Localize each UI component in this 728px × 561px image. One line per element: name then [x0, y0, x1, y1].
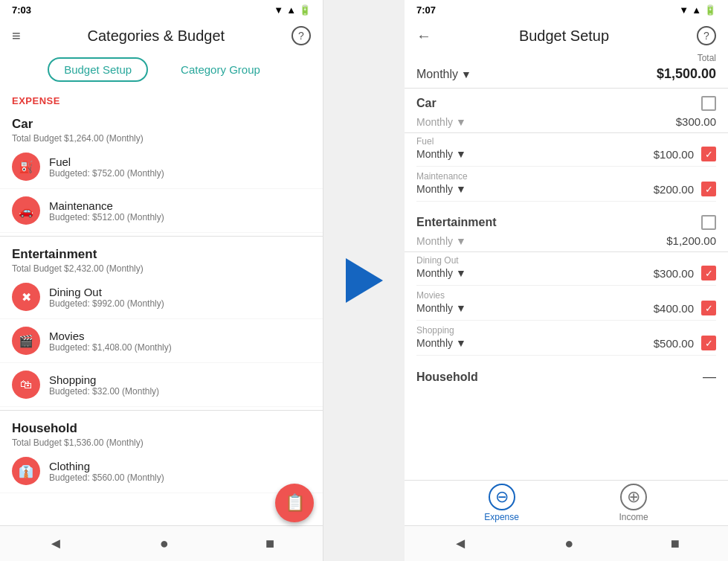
entertainment-chevron-down-icon: ▼	[456, 235, 466, 247]
right-back-nav-icon[interactable]: ◄	[453, 535, 468, 552]
dining-name: Dining Out	[49, 286, 164, 298]
list-item[interactable]: 🎬 Movies Budgeted: $1,408.00 (Monthly)	[0, 319, 323, 363]
group-budget-entertainment: Total Budget $2,432.00 (Monthly)	[12, 263, 311, 274]
dining-amount: $300.00	[654, 267, 694, 280]
left-panel: 7:03 ▼ ▲ 🔋 ≡ Categories & Budget ? Budge…	[0, 0, 323, 561]
fuel-name: Fuel	[49, 156, 164, 168]
shopping-checkbox[interactable]: ✓	[701, 336, 716, 350]
global-monthly-dropdown[interactable]: Monthly ▼	[416, 68, 471, 81]
list-item[interactable]: ✖ Dining Out Budgeted: $992.00 (Monthly)	[0, 275, 323, 319]
budget-group-header-entertainment: Entertainment	[405, 208, 728, 233]
movies-amount: $400.00	[654, 302, 694, 315]
maintenance-name: Maintenance	[49, 199, 164, 212]
help-icon[interactable]: ?	[291, 26, 311, 45]
fab-button[interactable]: 📋	[275, 484, 314, 522]
list-item[interactable]: 🚗 Maintenance Budgeted: $512.00 (Monthly…	[0, 189, 323, 233]
hamburger-icon[interactable]: ≡	[12, 28, 21, 45]
movies-name: Movies	[49, 330, 172, 342]
list-item[interactable]: 🛍 Shopping Budgeted: $32.00 (Monthly)	[0, 363, 323, 407]
fuel-budget: Budgeted: $752.00 (Monthly)	[49, 168, 164, 179]
right-recent-nav-icon[interactable]: ■	[671, 535, 680, 552]
home-nav-icon[interactable]: ●	[160, 535, 169, 552]
right-scroll-area[interactable]: Car Monthly ▼ $300.00 Fuel Monthly ▼ $10…	[405, 89, 728, 480]
right-bottom-nav: ◄ ● ■	[405, 525, 728, 561]
maintenance-chevron-down-icon: ▼	[456, 183, 466, 195]
entertainment-monthly-dropdown[interactable]: Monthly ▼	[416, 235, 466, 247]
left-time: 7:03	[12, 4, 31, 16]
list-item[interactable]: 👔 Clothing Budgeted: $560.00 (Monthly)	[0, 449, 323, 493]
right-top-bar: ← Budget Setup ?	[405, 20, 728, 51]
income-fab[interactable]: ⊕ Income	[619, 484, 648, 522]
global-monthly-label: Monthly	[416, 68, 458, 81]
budget-group-header-household: Household —	[405, 362, 728, 388]
signal-icon: ▲	[286, 4, 296, 16]
maintenance-monthly-dropdown[interactable]: Monthly ▼	[416, 183, 466, 195]
car-group-amount: $300.00	[676, 115, 716, 128]
budget-group-header-car: Car	[405, 89, 728, 114]
movies-checkbox[interactable]: ✓	[701, 301, 716, 315]
income-fab-icon: ⊕	[620, 484, 647, 510]
maintenance-icon: 🚗	[12, 196, 40, 225]
shopping-sub-row: Monthly ▼ $500.00 ✓	[416, 336, 716, 356]
entertainment-group-checkbox[interactable]	[701, 215, 716, 230]
group-header-car: Car Total Budget $1,264.00 (Monthly)	[0, 109, 323, 145]
dining-checkbox[interactable]: ✓	[701, 266, 716, 280]
shopping-amount: $500.00	[654, 337, 694, 350]
right-status-icons: ▼ ▲ 🔋	[679, 4, 716, 16]
group-budget-household: Total Budget $1,536.00 (Monthly)	[12, 437, 311, 448]
movies-budget: Budgeted: $1,408.00 (Monthly)	[49, 342, 172, 353]
movies-sub-label: Movies	[416, 290, 716, 301]
expense-section-label: EXPENSE	[0, 88, 323, 109]
maintenance-info: Maintenance Budgeted: $512.00 (Monthly)	[49, 199, 164, 222]
tab-budget-setup[interactable]: Budget Setup	[48, 57, 148, 82]
shopping-monthly-dropdown[interactable]: Monthly ▼	[416, 337, 466, 349]
entertainment-monthly-label: Monthly	[416, 235, 453, 247]
fuel-checkbox[interactable]: ✓	[701, 147, 716, 161]
back-nav-icon[interactable]: ◄	[48, 535, 63, 552]
fuel-monthly-dropdown[interactable]: Monthly ▼	[416, 148, 466, 160]
right-wifi-icon: ▼	[679, 4, 689, 16]
group-header-household: Household Total Budget $1,536.00 (Monthl…	[0, 414, 323, 449]
dining-budget: Budgeted: $992.00 (Monthly)	[49, 298, 164, 309]
total-label-row: Total	[405, 51, 728, 63]
car-group-checkbox[interactable]	[701, 96, 716, 111]
recent-nav-icon[interactable]: ■	[265, 535, 274, 552]
dining-sub-item: Dining Out Monthly ▼ $300.00 ✓	[405, 252, 728, 287]
movies-sub-item: Movies Monthly ▼ $400.00 ✓	[405, 287, 728, 322]
expense-fab[interactable]: ⊖ Expense	[484, 484, 519, 522]
expense-fab-label: Expense	[484, 512, 519, 522]
shopping-chevron-down-icon: ▼	[456, 337, 466, 349]
income-fab-label: Income	[619, 512, 648, 522]
movies-monthly-label: Monthly	[416, 302, 453, 314]
right-help-icon[interactable]: ?	[697, 26, 716, 45]
list-item[interactable]: ⛽ Fuel Budgeted: $752.00 (Monthly)	[0, 145, 323, 189]
fuel-sub-label: Fuel	[416, 136, 716, 147]
fuel-sub-item: Fuel Monthly ▼ $100.00 ✓	[405, 133, 728, 168]
dining-monthly-dropdown[interactable]: Monthly ▼	[416, 267, 466, 279]
right-status-bar: 7:07 ▼ ▲ 🔋	[405, 0, 728, 20]
left-status-bar: 7:03 ▼ ▲ 🔋	[0, 0, 323, 20]
dining-icon: ✖	[12, 283, 40, 311]
tab-category-group[interactable]: Category Group	[166, 57, 275, 82]
dining-info: Dining Out Budgeted: $992.00 (Monthly)	[49, 286, 164, 309]
shopping-budget: Budgeted: $32.00 (Monthly)	[49, 386, 159, 397]
movies-monthly-dropdown[interactable]: Monthly ▼	[416, 302, 466, 314]
shopping-sub-item: Shopping Monthly ▼ $500.00 ✓	[405, 322, 728, 357]
car-monthly-dropdown[interactable]: Monthly ▼	[416, 116, 466, 128]
clothing-budget: Budgeted: $560.00 (Monthly)	[49, 472, 164, 483]
chevron-down-icon: ▼	[461, 68, 471, 80]
left-page-title: Categories & Budget	[88, 28, 225, 45]
right-time: 7:07	[416, 4, 436, 16]
fuel-sub-row: Monthly ▼ $100.00 ✓	[416, 147, 716, 167]
movies-chevron-down-icon: ▼	[456, 302, 466, 314]
right-home-nav-icon[interactable]: ●	[564, 535, 573, 552]
right-battery-icon: 🔋	[704, 4, 716, 16]
arrow-container	[323, 0, 405, 561]
global-total-amount: $1,500.00	[657, 66, 716, 82]
left-scroll-area[interactable]: Car Total Budget $1,264.00 (Monthly) ⛽ F…	[0, 109, 323, 525]
back-icon[interactable]: ←	[416, 28, 431, 45]
shopping-icon: 🛍	[12, 371, 40, 399]
maintenance-checkbox[interactable]: ✓	[701, 182, 716, 196]
wifi-icon: ▼	[274, 4, 283, 16]
left-status-icons: ▼ ▲ 🔋	[274, 4, 311, 16]
